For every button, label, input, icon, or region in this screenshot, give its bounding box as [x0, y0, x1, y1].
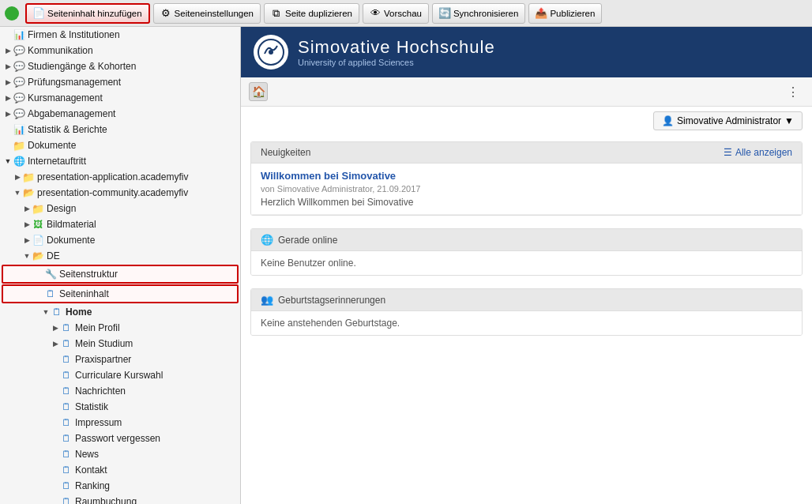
- sidebar-item-kurs-wahl[interactable]: 🗒 Curriculare Kurswahl: [0, 367, 240, 383]
- arrow-kontakt: [51, 465, 60, 475]
- sidebar-item-studiengaenge[interactable]: ▶ 💬 Studiengänge & Kohorten: [0, 58, 240, 74]
- birthday-body: Keine anstehenden Geburtstage.: [251, 311, 802, 335]
- neuigkeiten-body: Willkommen bei Simovative von Simovative…: [251, 164, 802, 215]
- online-header: 🌐 Gerade online: [251, 229, 802, 251]
- home-button[interactable]: 🏠: [249, 82, 268, 101]
- sidebar-item-home[interactable]: ▼ 🗒 Home: [0, 304, 240, 320]
- sidebar-item-abgabe[interactable]: ▶ 💬 Abgabemanagement: [0, 106, 240, 122]
- page-settings-button[interactable]: ⚙ Seiteneinstellungen: [153, 3, 261, 24]
- sidebar-item-praxispartner[interactable]: 🗒 Praxispartner: [0, 352, 240, 367]
- duplicate-page-button[interactable]: ⧉ Seite duplizieren: [264, 3, 359, 24]
- sidebar-item-raumbuchung[interactable]: 🗒 Raumbuchung: [0, 494, 240, 504]
- preview-icon: 👁: [370, 8, 381, 19]
- sidebar-item-design[interactable]: ▶ 📁 Design: [0, 201, 240, 216]
- arrow-dokumente: [3, 141, 13, 150]
- sync-icon: 🔄: [439, 8, 450, 19]
- arrow-news: [51, 449, 60, 459]
- sidebar-item-dokumente[interactable]: 📁 Dokumente: [0, 137, 240, 153]
- news-title[interactable]: Willkommen bei Simovative: [261, 170, 792, 182]
- person-icon: 👤: [662, 115, 674, 126]
- label-pres-app: presentation-application.academyfiv: [37, 171, 188, 182]
- sidebar-item-statistik2[interactable]: 🗒 Statistik: [0, 399, 240, 415]
- page-icon-ranking: 🗒: [60, 480, 73, 492]
- online-header-left: 🌐 Gerade online: [261, 234, 337, 246]
- sidebar-item-mein-studium[interactable]: ▶ 🗒 Mein Studium: [0, 336, 240, 352]
- arrow-firmen: [3, 30, 13, 39]
- show-all-label: Alle anzeigen: [735, 147, 792, 158]
- arrow-statistik2: [51, 402, 60, 412]
- home-icon: 🏠: [252, 85, 265, 98]
- icon-statistik: 📊: [13, 123, 25, 136]
- label-firmen: Firmen & Institutionen: [28, 29, 120, 40]
- sidebar-item-nachrichten[interactable]: 🗒 Nachrichten: [0, 383, 240, 399]
- sidebar-item-dokumente2[interactable]: ▶ 📄 Dokumente: [0, 232, 240, 248]
- label-impressum: Impressum: [75, 417, 122, 428]
- sync-button[interactable]: 🔄 Synchronisieren: [432, 3, 525, 24]
- sidebar-item-kommunikation[interactable]: ▶ 💬 Kommunikation: [0, 43, 240, 58]
- sidebar-item-seitenstruktur[interactable]: 🔧 Seitenstruktur: [2, 265, 239, 284]
- label-pruefung: Prüfungsmanagement: [28, 77, 121, 88]
- sidebar-item-news[interactable]: 🗒 News: [0, 446, 240, 462]
- birthday-icon: 👥: [261, 294, 273, 306]
- add-content-icon: 📄: [33, 8, 44, 19]
- sidebar-item-impressum[interactable]: 🗒 Impressum: [0, 415, 240, 431]
- label-seitenstruktur: Seitenstruktur: [59, 269, 118, 280]
- label-dokumente2: Dokumente: [47, 235, 95, 246]
- sidebar-item-mein-profil[interactable]: ▶ 🗒 Mein Profil: [0, 320, 240, 336]
- icon-firmen: 📊: [13, 28, 25, 41]
- label-design: Design: [47, 203, 76, 214]
- label-praxispartner: Praxispartner: [75, 354, 131, 365]
- preview-button[interactable]: 👁 Vorschau: [363, 3, 429, 24]
- duplicate-label: Seite duplizieren: [285, 9, 352, 18]
- arrow-kurs-wahl: [51, 370, 60, 380]
- sidebar-item-kurs[interactable]: ▶ 💬 Kursmanagement: [0, 90, 240, 106]
- arrow-kommunikation: ▶: [3, 46, 13, 55]
- admin-bar: 👤 Simovative Administrator ▼: [241, 107, 812, 135]
- arrow-praxispartner: [51, 355, 60, 364]
- sidebar-item-internetauftritt[interactable]: ▼ 🌐 Internetauftritt: [0, 153, 240, 169]
- sidebar-item-passwort[interactable]: 🗒 Passwort vergessen: [0, 431, 240, 446]
- online-icon: 🌐: [261, 234, 273, 246]
- sidebar-item-seiteninhalt[interactable]: 🗒 Seiteninhalt: [2, 284, 239, 303]
- arrow-pres-comm: ▼: [13, 188, 22, 197]
- arrow-ranking: [51, 481, 60, 491]
- publish-button[interactable]: 📤 Publizieren: [528, 3, 602, 24]
- site-logo: [254, 35, 288, 70]
- add-content-label: Seiteninhalt hinzufügen: [47, 9, 142, 18]
- sidebar-item-ranking[interactable]: 🗒 Ranking: [0, 478, 240, 494]
- folder-open-icon-pres-comm: 📂: [22, 186, 35, 199]
- sidebar-item-pruefung[interactable]: ▶ 💬 Prüfungsmanagement: [0, 74, 240, 90]
- add-content-button[interactable]: 📄 Seiteninhalt hinzufügen: [25, 3, 150, 24]
- label-raumbuchung: Raumbuchung: [75, 496, 137, 504]
- sidebar-item-kontakt[interactable]: 🗒 Kontakt: [0, 462, 240, 478]
- sidebar-item-bildmaterial[interactable]: ▶ 🖼 Bildmaterial: [0, 216, 240, 232]
- sidebar: 📊 Firmen & Institutionen ▶ 💬 Kommunikati…: [0, 27, 241, 504]
- arrow-mein-profil: ▶: [51, 323, 60, 333]
- arrow-impressum: [51, 418, 60, 427]
- arrow-raumbuchung: [51, 497, 60, 504]
- label-pres-comm: presentation-community.academyfiv: [37, 187, 188, 198]
- arrow-studiengaenge: ▶: [3, 62, 13, 71]
- sidebar-item-pres-comm[interactable]: ▼ 📂 presentation-community.academyfiv: [0, 185, 240, 201]
- news-meta: von Simovative Administrator, 21.09.2017: [261, 184, 792, 194]
- sidebar-item-de[interactable]: ▼ 📂 DE: [0, 248, 240, 264]
- site-title-area: Simovative Hochschule University of appl…: [298, 37, 495, 67]
- show-all-link[interactable]: ☰ Alle anzeigen: [724, 147, 792, 158]
- arrow-kurs: ▶: [3, 93, 13, 103]
- sidebar-item-statistik[interactable]: 📊 Statistik & Berichte: [0, 122, 240, 137]
- arrow-dokumente2: ▶: [22, 235, 32, 245]
- label-abgabe: Abgabemanagement: [28, 108, 115, 119]
- label-passwort: Passwort vergessen: [75, 433, 160, 444]
- news-text: Herzlich Willkommen bei Simovative: [261, 197, 792, 208]
- sidebar-item-pres-app[interactable]: ▶ 📁 presentation-application.academyfiv: [0, 169, 240, 185]
- admin-user-button[interactable]: 👤 Simovative Administrator ▼: [653, 111, 803, 130]
- more-options-button[interactable]: ⋮: [782, 83, 804, 101]
- main-toolbar: 📄 Seiteninhalt hinzufügen ⚙ Seiteneinste…: [0, 0, 812, 27]
- sidebar-item-firmen[interactable]: 📊 Firmen & Institutionen: [0, 27, 240, 43]
- page-icon-impressum: 🗒: [60, 416, 73, 429]
- label-kontakt: Kontakt: [75, 465, 107, 476]
- neuigkeiten-title: Neuigkeiten: [261, 147, 310, 158]
- page-icon-kurs-wahl: 🗒: [60, 369, 73, 382]
- page-icon-passwort: 🗒: [60, 432, 73, 445]
- page-icon-kontakt: 🗒: [60, 464, 73, 476]
